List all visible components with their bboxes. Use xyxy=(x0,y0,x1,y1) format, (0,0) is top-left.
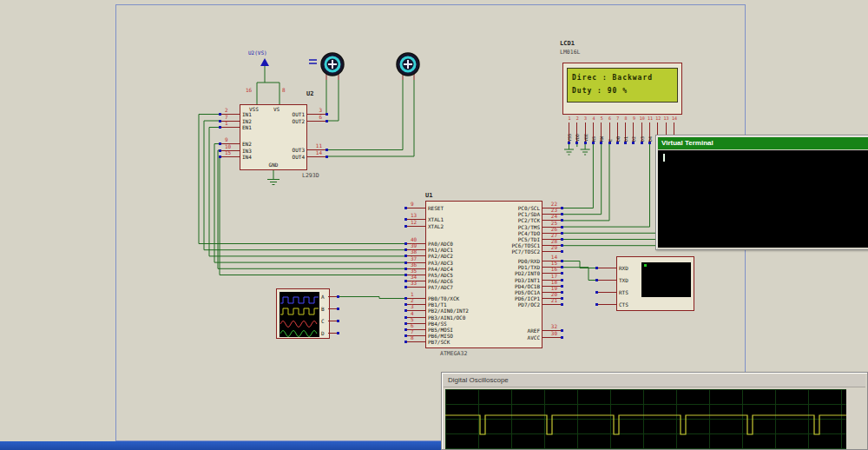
pin-row[interactable]: 1 PB0/T0/XCK xyxy=(404,295,425,301)
pin-connection-square xyxy=(561,207,563,209)
pin-connection-square xyxy=(561,226,563,228)
pin-number: 2 xyxy=(225,107,228,113)
virtual-terminal-title: Virtual Terminal xyxy=(661,139,713,147)
driver-gnd-label: GND xyxy=(266,162,281,168)
pin-connection-square xyxy=(600,142,602,144)
pin-number: 36 xyxy=(411,261,417,268)
pin-row[interactable]: 6 PB5/MOSI xyxy=(404,327,425,333)
pin-row[interactable]: 8 PB7/SCK xyxy=(404,339,425,345)
pin-row[interactable]: RTS xyxy=(595,289,616,295)
pin-connection-square xyxy=(624,142,627,144)
channel-pin-row[interactable]: B xyxy=(321,306,342,312)
pin-row[interactable]: RXD xyxy=(595,265,616,271)
pin-row[interactable]: 4 PB3/AIN1/OC0 xyxy=(404,314,425,321)
pin-number: 34 xyxy=(411,274,417,280)
pin-row[interactable]: 7 IN2 xyxy=(219,118,240,124)
pin-row[interactable]: CTS xyxy=(595,301,616,308)
pin-row[interactable]: 12 XTAL2 xyxy=(404,223,425,229)
driver-vss-number: 16 xyxy=(246,87,252,93)
pin-stub xyxy=(407,341,425,342)
pin-number: 16 xyxy=(551,266,557,272)
pin-name: PA3/ADC3 xyxy=(428,260,453,266)
pin-row[interactable]: 30 AVCC xyxy=(542,334,563,341)
pin-number: 20 xyxy=(551,291,557,297)
pin-name: RS xyxy=(590,122,597,142)
pin-name: RESET xyxy=(428,205,444,211)
pin-name: PD1/TXD xyxy=(518,264,540,270)
pin-row[interactable]: 33 PA7/ADC7 xyxy=(404,284,425,290)
pin-name: XTAL2 xyxy=(428,223,444,229)
pin-stub xyxy=(598,292,616,293)
pin-connection-square xyxy=(561,272,563,275)
scope-wire xyxy=(338,297,406,299)
pin-row[interactable]: 21 PD7/OC2 xyxy=(542,301,563,308)
pin-connection-square xyxy=(326,120,328,122)
pin-name: PC2/TCK xyxy=(518,217,540,223)
pin-row[interactable]: 9 RESET xyxy=(404,205,425,211)
pin-row[interactable]: 5 PB4/SS xyxy=(404,321,425,327)
pin-number: 39 xyxy=(411,242,417,248)
lcd-screen: Direc : Backward Duty : 90 % xyxy=(567,68,678,103)
channel-pin-row[interactable]: C xyxy=(321,318,342,324)
pin-number: 15 xyxy=(551,260,557,266)
pin-connection-square xyxy=(616,142,619,144)
pin-name: EN2 xyxy=(242,141,252,147)
pin-name: XTAL1 xyxy=(428,216,444,222)
pin-stub xyxy=(307,114,326,115)
channel-pin-row[interactable]: A xyxy=(321,294,342,300)
pin-name: OUT2 xyxy=(293,118,305,124)
pin-row[interactable]: 3 PB2/AIN0/INT2 xyxy=(404,308,425,314)
pin-row[interactable]: TXD xyxy=(595,277,616,283)
pin-name: D1 xyxy=(622,122,629,142)
pin-name: PA1/ADC1 xyxy=(428,247,453,253)
pin-row[interactable]: 3 OUT1 xyxy=(307,111,328,117)
driver-vs-label: VS xyxy=(273,106,279,112)
power-net xyxy=(257,58,279,104)
oscilloscope-title: Digital Oscilloscope xyxy=(448,376,509,384)
pin-number: 3 xyxy=(319,107,322,113)
virtual-terminal-window[interactable]: Virtual Terminal xyxy=(655,135,868,250)
channel-pin-row[interactable]: D xyxy=(321,330,342,336)
pin-stub xyxy=(542,337,561,338)
pin-row[interactable]: 2 IN1 xyxy=(219,111,240,117)
pin-stub xyxy=(221,127,240,128)
pin-connection-square xyxy=(568,142,570,144)
pin-name: PB4/SS xyxy=(428,321,447,327)
pin-name: VEE xyxy=(582,122,589,142)
pin-row[interactable]: 7 PB6/MISO xyxy=(404,333,425,339)
pin-row[interactable]: 1 EN1 xyxy=(219,124,240,130)
motor-2[interactable] xyxy=(397,53,419,76)
pin-name: IN2 xyxy=(242,118,252,124)
pin-number: 6 xyxy=(319,114,322,120)
pin-connection-square xyxy=(648,142,651,144)
pin-number: 28 xyxy=(551,238,557,244)
schematic-canvas: U2(VS) U2 L293D 16 8 VSS VS GND 2 IN1 7 … xyxy=(0,0,868,450)
pin-name: IN1 xyxy=(242,111,252,117)
lcd-part: LM016L xyxy=(560,49,580,56)
pin-name: D2 xyxy=(630,122,637,142)
virtual-terminal-titlebar[interactable]: Virtual Terminal xyxy=(658,137,868,149)
pin-number: 19 xyxy=(551,285,557,291)
pin-connection-square xyxy=(561,303,563,306)
motor-1[interactable] xyxy=(309,53,344,76)
pin-row[interactable]: 15 IN4 xyxy=(219,154,240,160)
pin-connection-square xyxy=(575,142,578,144)
pin-connection-square xyxy=(561,244,563,247)
oscilloscope-titlebar[interactable]: Digital Oscilloscope xyxy=(444,374,865,387)
pin-row[interactable]: 2 PB1/T1 xyxy=(404,301,425,308)
pin-number: 14 xyxy=(316,149,322,156)
pin-name: PB7/SCK xyxy=(428,339,450,345)
digital-oscilloscope-window[interactable]: Digital Oscilloscope xyxy=(441,372,868,450)
pin-row[interactable]: 14 OUT4 xyxy=(307,154,328,160)
pin-name: PC5/TDI xyxy=(518,236,540,242)
pin-connection-square xyxy=(561,250,563,253)
pin-connection-square xyxy=(561,238,563,241)
pin-number: 14 xyxy=(551,254,557,260)
pin-name: PD4/OC1B xyxy=(515,283,540,289)
pin-name: RW xyxy=(598,122,605,142)
pin-number: 23 xyxy=(551,207,557,213)
channel-label: A xyxy=(321,294,325,300)
pin-row[interactable]: 6 OUT2 xyxy=(307,118,328,124)
oscilloscope-screen[interactable] xyxy=(445,389,846,449)
virtual-terminal-screen[interactable] xyxy=(658,150,868,248)
